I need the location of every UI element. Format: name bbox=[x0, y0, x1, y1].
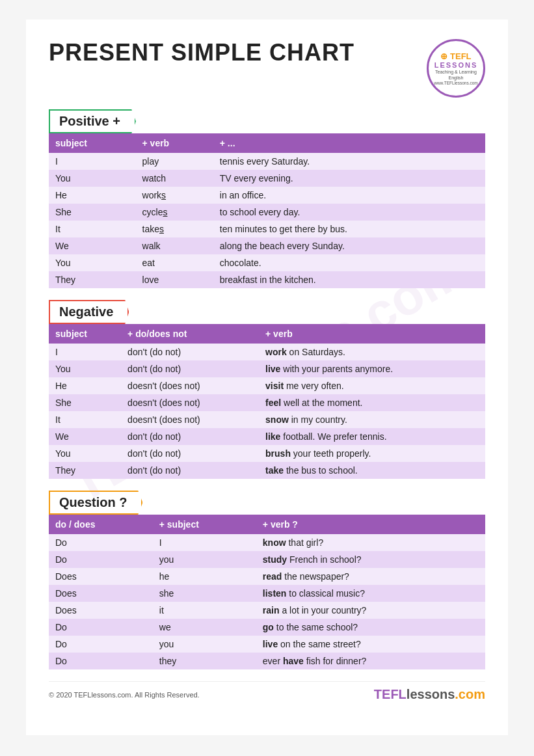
table-row: Iplaytennis every Saturday. bbox=[49, 153, 485, 170]
table-row: Doesitrain a lot in your country? bbox=[49, 602, 485, 619]
table-row: Idon't (do not)work on Saturdays. bbox=[49, 344, 485, 360]
page-title: PRESENT SIMPLE CHART bbox=[49, 39, 354, 66]
negative-label: Negative bbox=[49, 300, 129, 324]
logo: ⊕ TEFL LESSONS Teaching & Learning Engli… bbox=[427, 39, 485, 98]
negative-label-text: Negative bbox=[59, 304, 113, 319]
table-row: Hedoesn't (does not)visit me very often. bbox=[49, 377, 485, 394]
table-cell: They bbox=[49, 271, 136, 288]
positive-col-rest: + ... bbox=[213, 133, 485, 153]
positive-table: subject + verb + ... Iplaytennis every S… bbox=[49, 133, 485, 288]
table-cell: Do bbox=[49, 551, 153, 568]
negative-header-row: subject + do/does not + verb bbox=[49, 324, 485, 344]
table-cell: live with your parents anymore. bbox=[259, 360, 485, 377]
table-cell: ten minutes to get there by bus. bbox=[213, 221, 485, 237]
positive-col-verb: + verb bbox=[136, 133, 213, 153]
table-cell: It bbox=[49, 221, 136, 237]
logo-url: www.TEFLlessons.com bbox=[434, 81, 478, 85]
table-cell: Does bbox=[49, 568, 153, 585]
table-cell: Does bbox=[49, 585, 153, 602]
table-cell: cycles bbox=[136, 204, 213, 221]
page-container: TEFLlessons.com PRESENT SIMPLE CHART ⊕ T… bbox=[26, 20, 508, 735]
table-cell: along the beach every Sunday. bbox=[213, 237, 485, 254]
table-row: Shedoesn't (does not)feel well at the mo… bbox=[49, 394, 485, 411]
question-label: Question ? bbox=[49, 491, 142, 515]
question-col-dodoesnt: do / does bbox=[49, 515, 153, 534]
table-cell: They bbox=[49, 462, 121, 479]
table-row: Doyoustudy French in school? bbox=[49, 551, 485, 568]
table-cell: don't (do not) bbox=[121, 462, 259, 479]
logo-icon: ⊕ bbox=[440, 51, 447, 61]
table-row: Youdon't (do not)live with your parents … bbox=[49, 360, 485, 377]
table-cell: visit me very often. bbox=[259, 377, 485, 394]
table-cell: He bbox=[49, 377, 121, 394]
table-row: Heworksin an office. bbox=[49, 187, 485, 204]
negative-col-verb: + verb bbox=[259, 324, 485, 344]
table-cell: in an office. bbox=[213, 187, 485, 204]
table-cell: chocolate. bbox=[213, 254, 485, 271]
table-cell: Do bbox=[49, 619, 153, 636]
table-cell: Do bbox=[49, 636, 153, 653]
positive-section: Positive + subject + verb + ... Iplayten… bbox=[49, 109, 485, 288]
footer-brand-tefl: TEFL bbox=[374, 687, 407, 701]
table-cell: I bbox=[153, 534, 256, 551]
table-cell: I bbox=[49, 344, 121, 360]
table-cell: takes bbox=[136, 221, 213, 237]
table-cell: We bbox=[49, 428, 121, 445]
table-cell: It bbox=[49, 411, 121, 428]
footer-brand-com: .com bbox=[455, 687, 485, 701]
table-row: Theydon't (do not)take the bus to school… bbox=[49, 462, 485, 479]
table-cell: ever have fish for dinner? bbox=[256, 653, 485, 669]
table-cell: TV every evening. bbox=[213, 170, 485, 187]
positive-body: Iplaytennis every Saturday.YouwatchTV ev… bbox=[49, 153, 485, 288]
table-cell: don't (do not) bbox=[121, 360, 259, 377]
table-cell: work on Saturdays. bbox=[259, 344, 485, 360]
table-cell: snow in my country. bbox=[259, 411, 485, 428]
table-cell: she bbox=[153, 585, 256, 602]
table-row: Itdoesn't (does not)snow in my country. bbox=[49, 411, 485, 428]
footer-copyright: © 2020 TEFLlessons.com. All Rights Reser… bbox=[49, 691, 200, 699]
question-col-verb: + verb ? bbox=[256, 515, 485, 534]
table-cell: doesn't (does not) bbox=[121, 377, 259, 394]
table-cell: You bbox=[49, 360, 121, 377]
table-row: Youdon't (do not)brush your teeth proper… bbox=[49, 445, 485, 462]
table-cell: I bbox=[49, 153, 136, 170]
table-cell: listen to classical music? bbox=[256, 585, 485, 602]
table-row: Ittakesten minutes to get there by bus. bbox=[49, 221, 485, 237]
negative-section: Negative subject + do/does not + verb Id… bbox=[49, 300, 485, 479]
question-section: Question ? do / does + subject + verb ? … bbox=[49, 491, 485, 669]
table-cell: brush your teeth properly. bbox=[259, 445, 485, 462]
table-cell: study French in school? bbox=[256, 551, 485, 568]
page-header: PRESENT SIMPLE CHART ⊕ TEFL LESSONS Teac… bbox=[49, 39, 485, 98]
table-row: Wewalkalong the beach every Sunday. bbox=[49, 237, 485, 254]
table-row: Doesshelisten to classical music? bbox=[49, 585, 485, 602]
footer-brand: TEFLlessons.com bbox=[374, 687, 485, 702]
logo-tagline: Teaching & Learning English bbox=[432, 69, 480, 81]
table-cell: doesn't (does not) bbox=[121, 411, 259, 428]
table-cell: play bbox=[136, 153, 213, 170]
table-cell: read the newspaper? bbox=[256, 568, 485, 585]
table-cell: Does bbox=[49, 602, 153, 619]
table-cell: know that girl? bbox=[256, 534, 485, 551]
question-header-row: do / does + subject + verb ? bbox=[49, 515, 485, 534]
positive-label: Positive + bbox=[49, 109, 136, 133]
table-row: Shecyclesto school every day. bbox=[49, 204, 485, 221]
table-cell: love bbox=[136, 271, 213, 288]
table-cell: watch bbox=[136, 170, 213, 187]
table-cell: don't (do not) bbox=[121, 445, 259, 462]
table-row: Dowego to the same school? bbox=[49, 619, 485, 636]
logo-lessons: LESSONS bbox=[434, 61, 478, 69]
table-cell: we bbox=[153, 619, 256, 636]
table-cell: Do bbox=[49, 534, 153, 551]
negative-col-subject: subject bbox=[49, 324, 121, 344]
table-row: Theylovebreakfast in the kitchen. bbox=[49, 271, 485, 288]
footer: © 2020 TEFLlessons.com. All Rights Reser… bbox=[49, 681, 485, 702]
logo-tefl-text: TEFL bbox=[450, 51, 472, 61]
table-cell: live on the same street? bbox=[256, 636, 485, 653]
table-cell: She bbox=[49, 204, 136, 221]
positive-label-text: Positive + bbox=[59, 114, 120, 128]
table-cell: We bbox=[49, 237, 136, 254]
table-cell: You bbox=[49, 445, 121, 462]
question-label-text: Question ? bbox=[59, 495, 127, 509]
table-cell: works bbox=[136, 187, 213, 204]
table-row: DoIknow that girl? bbox=[49, 534, 485, 551]
